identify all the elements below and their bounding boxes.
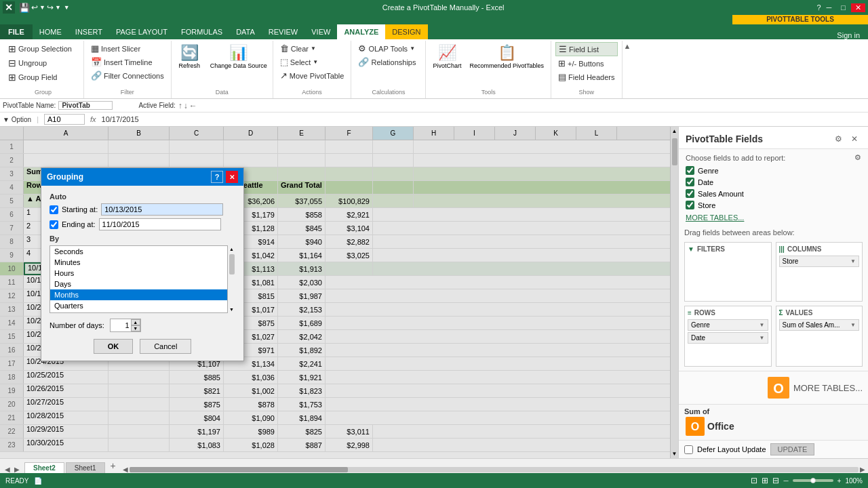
zoom-out-icon[interactable]: ─ [783, 477, 788, 485]
ok-button[interactable]: OK [94, 339, 134, 354]
tab-page-layout[interactable]: PAGE LAYOUT [109, 24, 174, 39]
list-item-quarters[interactable]: Quarters [50, 300, 235, 311]
h-scroll-right-btn[interactable]: ▶ [860, 466, 865, 473]
tab-analyze[interactable]: ANALYZE [337, 24, 385, 39]
columns-store-arrow-icon[interactable]: ▼ [850, 258, 856, 264]
list-item-months[interactable]: Months [50, 289, 235, 300]
field-item-genre[interactable]: Genre [679, 165, 868, 176]
zoom-slider[interactable] [793, 479, 833, 482]
dialog-close-btn[interactable]: ✕ [226, 171, 238, 183]
grouping-listbox[interactable]: Seconds Minutes Hours Days Months Quarte… [50, 245, 235, 313]
insert-slicer-btn[interactable]: ▦ Insert Slicer [88, 42, 167, 55]
ending-at-input[interactable] [99, 218, 221, 230]
sheet-tab-sheet1[interactable]: Sheet1 [66, 462, 105, 473]
zoom-in-icon[interactable]: + [837, 477, 842, 485]
tab-view[interactable]: VIEW [304, 24, 337, 39]
tab-home[interactable]: HOME [33, 24, 68, 39]
sign-in-link[interactable]: Sign in [829, 31, 868, 39]
field-checkbox-date[interactable] [686, 178, 694, 186]
columns-store-item[interactable]: Store ▼ [779, 256, 860, 267]
scroll-sheets-right[interactable]: ▶ [12, 466, 22, 473]
undo-qa-icon[interactable]: ↩ [31, 3, 38, 12]
redo-qa-icon[interactable]: ↪ [47, 3, 54, 12]
list-item-years[interactable]: Years [50, 311, 235, 313]
tab-review[interactable]: REVIEW [262, 24, 304, 39]
field-item-sales-amount[interactable]: Sales Amount [679, 188, 868, 199]
sheet-tab-sheet2[interactable]: Sheet2 [24, 462, 64, 473]
more-qa-icon[interactable]: ▼ [55, 4, 61, 11]
list-item-hours[interactable]: Hours [50, 268, 235, 279]
list-scroll-down[interactable]: ▼ [228, 306, 235, 313]
list-item-minutes[interactable]: Minutes [50, 257, 235, 268]
recommended-pivottables-btn[interactable]: 📋 Recommended PivotTables [467, 42, 547, 71]
group-selection-btn[interactable]: ⊞ Group Selection [5, 42, 81, 56]
filter-connections-btn[interactable]: 🔗 Filter Connections [88, 69, 167, 82]
rows-area[interactable]: ≡ ROWS Genre ▼ Date ▼ [684, 306, 772, 367]
h-scroll-left-btn[interactable]: ◀ [123, 466, 128, 473]
list-item-seconds[interactable]: Seconds [50, 246, 235, 257]
tab-file[interactable]: FILE [0, 24, 33, 39]
fields-search-icon[interactable]: ⚙ [854, 153, 861, 162]
maximize-btn[interactable]: □ [837, 3, 850, 12]
field-list-btn[interactable]: ☰ Field List [555, 42, 617, 56]
field-checkbox-genre[interactable] [686, 166, 694, 175]
dialog-help-btn[interactable]: ? [211, 171, 223, 183]
move-pivot-btn[interactable]: ↗ Move PivotTable [277, 69, 347, 82]
scroll-sheets-left[interactable]: ◀ [3, 466, 12, 473]
change-data-source-btn[interactable]: 📊 Change Data Source [208, 42, 270, 71]
relationships-btn[interactable]: 🔗 Relationships [355, 56, 421, 68]
collapse-icon[interactable]: ← [189, 101, 197, 110]
tab-insert[interactable]: INSERT [68, 24, 109, 39]
tab-data[interactable]: DATA [229, 24, 262, 39]
collapse-ribbon-icon[interactable]: ▲ [624, 42, 631, 50]
customize-qa-icon[interactable]: ▼ [64, 4, 70, 11]
normal-view-icon[interactable]: ⊡ [751, 476, 757, 485]
page-layout-view-icon[interactable]: ⊞ [762, 476, 768, 485]
insert-timeline-btn[interactable]: 📅 Insert Timeline [88, 56, 167, 68]
field-item-date[interactable]: Date [679, 176, 868, 188]
page-break-view-icon[interactable]: ⊟ [772, 476, 779, 485]
values-sum-item[interactable]: Sum of Sales Am... ▼ [779, 319, 860, 331]
values-area[interactable]: Σ VALUES Sum of Sales Am... ▼ [776, 306, 863, 367]
pivot-chart-btn[interactable]: 📈 PivotChart [430, 42, 464, 70]
list-scroll-thumb[interactable] [229, 254, 235, 274]
list-scroll-up[interactable]: ▲ [228, 245, 235, 253]
clear-btn[interactable]: 🗑 Clear ▼ [277, 42, 347, 55]
group-field-btn[interactable]: ⊞ Group Field [5, 70, 81, 84]
undo-arrow-icon[interactable]: ▼ [39, 4, 45, 11]
help-icon[interactable]: ? [816, 3, 821, 12]
fields-settings-icon[interactable]: ⚙ [831, 132, 845, 146]
move-down-icon[interactable]: ↓ [184, 101, 188, 110]
tab-formulas[interactable]: FORMULAS [174, 24, 229, 39]
field-checkbox-sales-amount[interactable] [686, 189, 694, 198]
olap-tools-btn[interactable]: ⚙ OLAP Tools ▼ [355, 42, 421, 55]
select-btn[interactable]: ⬚ Select ▼ [277, 56, 347, 68]
minimize-btn[interactable]: ─ [823, 3, 836, 12]
columns-area[interactable]: ||| COLUMNS Store ▼ [776, 242, 863, 302]
defer-checkbox[interactable] [684, 445, 693, 454]
h-scroll-thumb[interactable] [130, 467, 349, 472]
formula-value[interactable]: 10/17/2015 [102, 115, 865, 123]
ungroup-btn[interactable]: ⊟ Ungroup [5, 56, 81, 70]
rows-date-item[interactable]: Date ▼ [688, 332, 768, 344]
list-item-days[interactable]: Days [50, 279, 235, 289]
values-sum-arrow-icon[interactable]: ▼ [850, 322, 856, 328]
starting-at-checkbox[interactable] [50, 205, 58, 214]
tab-design[interactable]: DESIGN [385, 24, 427, 39]
cancel-button[interactable]: Cancel [140, 339, 191, 354]
move-up-icon[interactable]: ↑ [178, 101, 182, 110]
update-button[interactable]: UPDATE [770, 443, 815, 455]
pivot-name-value[interactable]: PivotTab [58, 101, 113, 110]
name-box[interactable]: A10 [44, 114, 85, 125]
starting-at-input[interactable] [101, 203, 223, 216]
field-checkbox-store[interactable] [686, 201, 694, 209]
spinner-down-btn[interactable]: ▼ [131, 325, 140, 331]
days-input[interactable] [111, 321, 131, 330]
more-tables-link[interactable]: MORE TABLES... [679, 211, 868, 224]
spinner-up-btn[interactable]: ▲ [131, 319, 140, 325]
rows-date-arrow-icon[interactable]: ▼ [760, 335, 765, 341]
filters-area[interactable]: ▼ FILTERS [684, 242, 772, 302]
add-sheet-btn[interactable]: + [106, 458, 120, 473]
rows-genre-arrow-icon[interactable]: ▼ [760, 322, 765, 328]
ending-at-checkbox[interactable] [50, 220, 58, 229]
